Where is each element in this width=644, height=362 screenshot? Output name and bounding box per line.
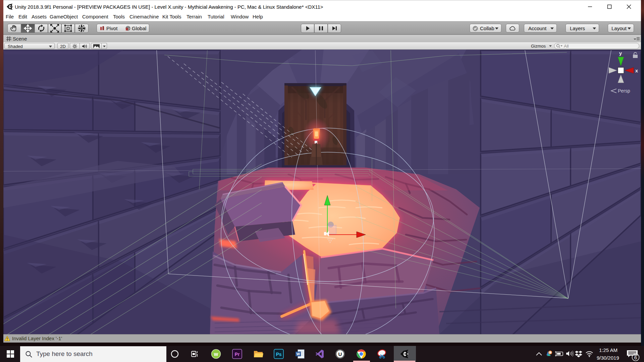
svg-text:x: x — [635, 68, 638, 73]
svg-text:W: W — [297, 352, 300, 356]
svg-text:Pr: Pr — [235, 352, 240, 357]
svg-text:6: 6 — [634, 355, 637, 360]
svg-text:Persp: Persp — [618, 88, 630, 94]
svg-text:w: w — [214, 351, 218, 357]
svg-text:Ps: Ps — [276, 352, 281, 357]
svg-text:y: y — [619, 50, 622, 56]
svg-text:U: U — [338, 351, 342, 357]
